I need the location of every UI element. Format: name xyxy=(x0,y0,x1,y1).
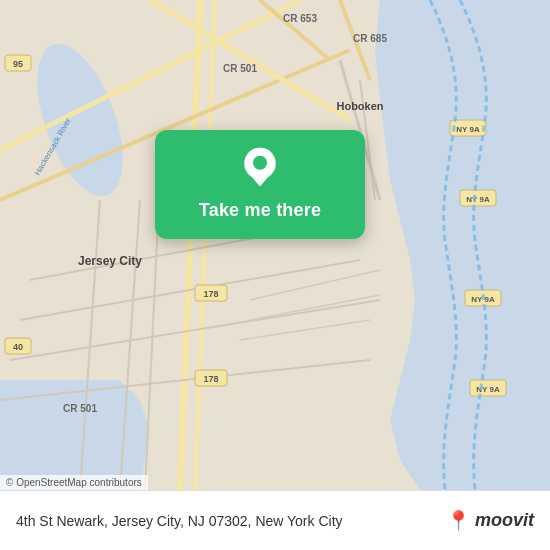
svg-text:NY 9A: NY 9A xyxy=(466,195,490,204)
svg-text:40: 40 xyxy=(13,342,23,352)
svg-text:Hoboken: Hoboken xyxy=(336,100,383,112)
svg-text:CR 653: CR 653 xyxy=(283,13,317,24)
svg-text:95: 95 xyxy=(13,59,23,69)
bottom-bar: 4th St Newark, Jersey City, NJ 07302, Ne… xyxy=(0,490,550,550)
moovit-brand-text: moovit xyxy=(475,510,534,531)
take-me-there-button[interactable]: Take me there xyxy=(199,200,321,221)
moovit-logo: 📍 moovit xyxy=(446,509,534,533)
svg-text:178: 178 xyxy=(203,289,218,299)
location-pin-icon xyxy=(238,146,282,190)
address-text: 4th St Newark, Jersey City, NJ 07302, Ne… xyxy=(16,513,438,529)
svg-text:NY 9A: NY 9A xyxy=(456,125,480,134)
svg-text:CR 501: CR 501 xyxy=(63,403,97,414)
map-attribution: © OpenStreetMap contributors xyxy=(0,475,148,490)
svg-text:Jersey City: Jersey City xyxy=(78,254,142,268)
svg-text:CR 501: CR 501 xyxy=(223,63,257,74)
svg-point-49 xyxy=(253,156,267,170)
popup-card: Take me there xyxy=(155,130,365,239)
moovit-pin-icon: 📍 xyxy=(446,509,471,533)
app: 178 178 NY 9A NY 9A NY 9A NY 9A CR 653 C… xyxy=(0,0,550,550)
svg-marker-4 xyxy=(0,380,150,490)
svg-text:CR 685: CR 685 xyxy=(353,33,387,44)
svg-text:178: 178 xyxy=(203,374,218,384)
map-container: 178 178 NY 9A NY 9A NY 9A NY 9A CR 653 C… xyxy=(0,0,550,490)
